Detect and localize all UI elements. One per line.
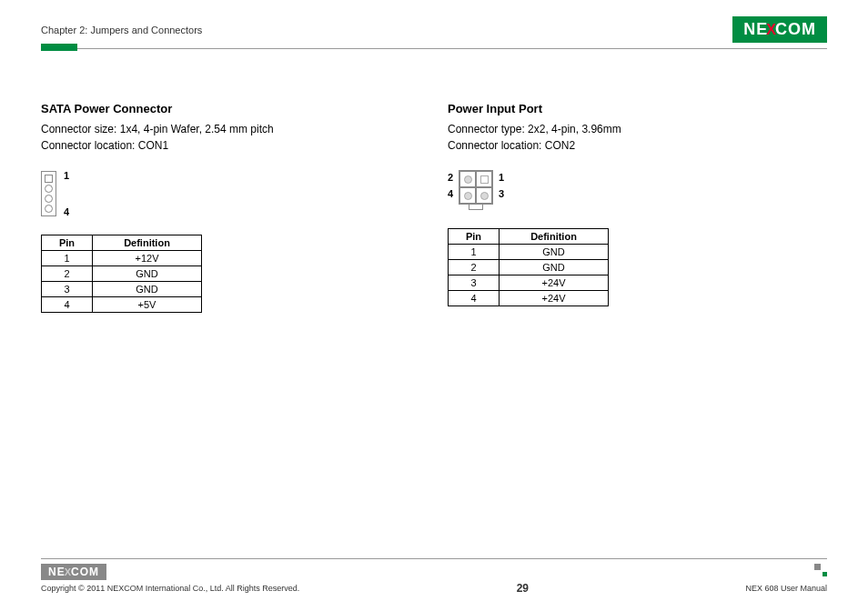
col-definition: Definition — [500, 229, 609, 245]
pin-label: 4 — [64, 206, 69, 217]
pin-3-cell — [476, 187, 492, 204]
col-pin: Pin — [449, 229, 500, 245]
table-row: 4+5V — [42, 297, 202, 313]
page-footer: NE X COM Copyright © 2011 NEXCOM Interna… — [41, 558, 827, 595]
pin-label: 2 — [448, 172, 453, 183]
table-row: 3GND — [42, 282, 202, 297]
pin-3-circle-icon — [45, 195, 53, 203]
manual-name: NEX 608 User Manual — [745, 584, 827, 593]
table-header-row: Pin Definition — [449, 229, 609, 245]
desc-line: Connector location: CON2 — [448, 139, 575, 152]
logo-part-com: COM — [775, 20, 816, 39]
green-accent-bar — [41, 44, 77, 51]
pin-2-circle-icon — [45, 185, 53, 193]
table-row: 1+12V — [42, 251, 202, 266]
pin-dot-icon — [480, 192, 489, 200]
connector-1x4-diagram: 1 4 — [41, 171, 56, 216]
pin-dot-icon — [464, 192, 472, 200]
pin-definition-table: Pin Definition 1+12V 2GND 3GND 4+5V — [41, 235, 202, 313]
pin-1-cell — [476, 171, 492, 187]
pin-label: 1 — [64, 170, 69, 181]
section-description: Connector type: 2x2, 4-pin, 3.96mm Conne… — [448, 121, 827, 154]
section-description: Connector size: 1x4, 4-pin Wafer, 2.54 m… — [41, 121, 420, 154]
connector-2x2-diagram: 2 1 4 3 — [459, 170, 493, 210]
table-row: 4+24V — [449, 291, 609, 306]
connector-grid — [459, 170, 493, 205]
logo-part-ne: NE — [743, 20, 768, 39]
section-title: SATA Power Connector — [41, 102, 420, 115]
pin-4-cell — [459, 187, 476, 204]
table-row: 2GND — [449, 260, 609, 275]
sata-power-section: SATA Power Connector Connector size: 1x4… — [41, 102, 420, 313]
pin-label: 1 — [499, 172, 504, 183]
table-header-row: Pin Definition — [42, 235, 202, 251]
desc-line: Connector type: 2x2, 4-pin, 3.96mm — [448, 123, 621, 135]
section-title: Power Input Port — [448, 102, 827, 115]
chapter-title: Chapter 2: Jumpers and Connectors — [41, 25, 202, 35]
pin-2-cell — [459, 171, 476, 187]
pin-square-icon — [480, 175, 489, 184]
pin-label: 3 — [499, 188, 504, 199]
copyright-text: Copyright © 2011 NEXCOM International Co… — [41, 584, 299, 593]
power-input-section: Power Input Port Connector type: 2x2, 4-… — [448, 102, 827, 313]
table-row: 1GND — [449, 245, 609, 260]
pin-dot-icon — [464, 175, 472, 184]
connector-tab-icon — [469, 205, 483, 210]
pin-1-square-icon — [45, 175, 53, 183]
col-pin: Pin — [42, 235, 93, 251]
nexcom-logo: NE X COM — [732, 16, 827, 43]
pin-definition-table: Pin Definition 1GND 2GND 3+24V 4+24V — [448, 228, 609, 306]
page-number: 29 — [517, 582, 529, 595]
pin-label: 4 — [448, 188, 453, 199]
footer-row: Copyright © 2011 NEXCOM International Co… — [41, 582, 827, 595]
table-row: 3+24V — [449, 275, 609, 291]
pin-column — [45, 175, 53, 213]
page-header: Chapter 2: Jumpers and Connectors NE X C… — [41, 16, 827, 49]
pin-4-circle-icon — [45, 205, 53, 213]
main-content: SATA Power Connector Connector size: 1x4… — [41, 102, 827, 313]
desc-line: Connector location: CON1 — [41, 139, 168, 152]
nexcom-logo-footer: NE X COM — [41, 564, 106, 580]
table-row: 2GND — [42, 266, 202, 282]
col-definition: Definition — [93, 235, 202, 251]
desc-line: Connector size: 1x4, 4-pin Wafer, 2.54 m… — [41, 123, 274, 135]
